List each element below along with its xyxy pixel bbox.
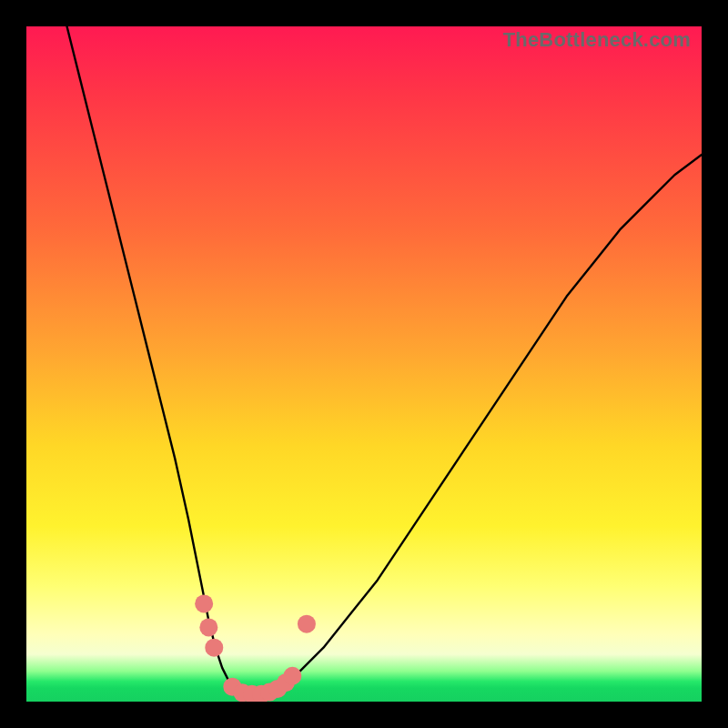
plot-area: TheBottleneck.com [26,26,702,702]
data-point-marker [195,594,213,612]
watermark-label: TheBottleneck.com [503,30,691,50]
chart-frame: TheBottleneck.com [0,0,728,728]
data-point-marker [205,639,223,657]
data-point-marker [298,615,316,633]
data-point-marker [199,618,217,636]
chart-svg [26,26,702,702]
data-point-marker [283,667,301,685]
curve-markers [195,594,316,702]
bottleneck-curve [67,26,702,695]
